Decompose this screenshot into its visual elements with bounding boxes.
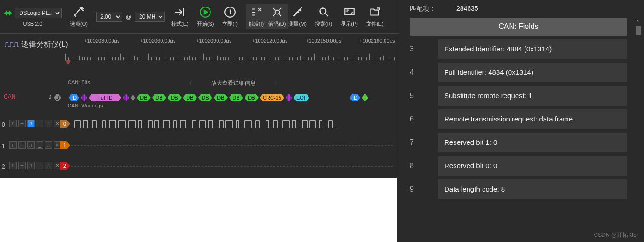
field-index: 9 — [410, 185, 438, 193]
field-row[interactable]: 9Data length code: 8 — [410, 179, 637, 199]
file-icon[interactable] — [368, 6, 381, 19]
field-row[interactable]: 5Substitute remote request: 1 — [410, 86, 637, 106]
seg-crc[interactable]: CRC-15 — [260, 94, 284, 101]
seg-db[interactable]: DB — [245, 94, 259, 101]
instant-icon[interactable] — [224, 6, 237, 19]
trigger-controls[interactable]: ⎍─⎍_⎍✕ — [9, 141, 61, 149]
fields-header[interactable]: CAN: Fields — [410, 18, 627, 36]
file-label: 文件(E) — [366, 21, 384, 28]
field-row[interactable]: 7Reserved bit 1: 0 — [410, 133, 637, 152]
trig-rise[interactable]: ⎍ — [9, 120, 17, 127]
seg-stripe[interactable] — [286, 94, 292, 101]
seg-db[interactable]: DB — [168, 94, 182, 101]
trig-high[interactable]: ⎍ — [27, 120, 35, 127]
timeline: ⎍⎍⎍ 逻辑分析仪(L) +1002030.00μs +1002060.00μs… — [0, 35, 397, 77]
svg-rect-4 — [345, 8, 354, 14]
waveform — [71, 120, 393, 129]
waveform — [71, 162, 393, 171]
instant-label: 立即(I) — [222, 21, 237, 28]
can-segments[interactable]: D ID Full ID DB DB DB DB DB DB DB DB CRC… — [54, 93, 368, 102]
waveform — [71, 141, 393, 150]
usb-label: USB 2.0 — [23, 21, 42, 27]
zoom-hint: 放大查看详细信息 — [187, 79, 280, 87]
usb-icon: ⬌ — [4, 7, 12, 19]
can-bits-label: CAN: Bits — [68, 79, 90, 85]
field-row[interactable]: 4Full Identifier: 4884 (0x1314) — [410, 63, 637, 82]
seg-eof[interactable]: EOF — [294, 94, 309, 101]
timebase-select[interactable]: 2.00 s — [96, 12, 122, 22]
timestamp: +1002120.00μs — [252, 38, 287, 43]
field-row[interactable]: 3Extended Identifier: 4884 (0x1314) — [410, 39, 637, 59]
ch-index: 0 — [2, 121, 5, 128]
ch-tag[interactable]: 2 — [60, 162, 70, 170]
search-icon[interactable] — [317, 6, 330, 19]
logic-analyzer-button[interactable]: ⎍⎍⎍ 逻辑分析仪(L) — [5, 37, 68, 51]
field-row[interactable]: 8Reserved bit 0: 0 — [410, 156, 637, 176]
field-text: Extended Identifier: 4884 (0x1314) — [438, 39, 627, 59]
timestamp: +1002030.00μs — [84, 38, 119, 43]
watermark: CSDN @开拓Ktor — [594, 231, 638, 239]
decode-icon[interactable] — [271, 6, 284, 19]
seg-db[interactable]: DB — [198, 94, 212, 101]
seg-d[interactable]: D — [54, 94, 61, 101]
field-text: Reserved bit 1: 0 — [438, 133, 627, 152]
ch-tag[interactable]: 1 — [60, 141, 70, 149]
channel-0: 0 ⎍─ ⎍_ ⎍✕ 0 — [0, 117, 397, 134]
timestamp: +1002090.00μs — [196, 38, 231, 43]
search-label: 搜索(R) — [315, 21, 332, 28]
seg-db[interactable]: DB — [152, 94, 166, 101]
seg-full-id[interactable]: Full ID — [89, 94, 121, 101]
field-text: Reserved bit 0: 0 — [438, 156, 627, 176]
trig-fall[interactable]: ─ — [18, 120, 26, 127]
seg-db[interactable]: DB — [229, 94, 243, 101]
match-value: 284635 — [456, 5, 478, 12]
cursor-marker[interactable] — [65, 60, 71, 65]
field-text: Substitute remote request: 1 — [438, 86, 627, 106]
seg-stripe[interactable] — [81, 94, 87, 101]
time-ruler[interactable] — [65, 50, 397, 60]
device-select[interactable]: DSLogic PLus — [15, 8, 62, 18]
trig-low[interactable]: _ — [36, 120, 43, 127]
field-row[interactable]: 6Remote transmission request: data frame — [410, 109, 637, 129]
options-icon[interactable] — [72, 6, 85, 19]
channel-1: 1 ⎍─⎍_⎍✕ 1 — [0, 138, 397, 155]
channel-2: 2 ⎍─⎍_⎍✕ 2 — [0, 159, 397, 176]
measure-icon[interactable] — [291, 6, 304, 19]
field-index: 8 — [410, 162, 438, 170]
trig-edge[interactable]: ⎍ — [45, 120, 52, 127]
field-index: 3 — [410, 45, 438, 53]
field-index: 5 — [410, 92, 438, 100]
seg-id[interactable]: ID — [69, 94, 79, 101]
freq-select[interactable]: 20 MHz — [135, 12, 165, 22]
trigger-controls[interactable]: ⎍─ ⎍_ ⎍✕ — [9, 120, 61, 127]
display-label: 显示(P) — [341, 21, 358, 28]
mode-label: 模式(E) — [171, 21, 189, 28]
mode-icon[interactable] — [173, 6, 186, 19]
decode-panel: 匹配项： 284635 CAN: Fields 3Extended Identi… — [399, 0, 644, 242]
trigger-controls[interactable]: ⎍─⎍_⎍✕ — [9, 162, 61, 169]
at-label: @ — [126, 14, 131, 20]
scrollbar[interactable] — [636, 26, 641, 35]
can-label: CAN — [4, 93, 15, 100]
start-button[interactable] — [199, 6, 212, 19]
options-label: 选项(O) — [70, 21, 88, 28]
seg-more[interactable]: ··· — [362, 94, 368, 101]
match-label: 匹配项： — [410, 5, 436, 12]
seg-id[interactable]: ID — [350, 94, 360, 101]
timestamp: +1002150.00μs — [306, 38, 341, 43]
seg-small[interactable] — [131, 94, 135, 101]
display-icon[interactable] — [343, 6, 356, 19]
seg-db[interactable]: DB — [183, 94, 197, 101]
field-text: Remote transmission request: data frame — [438, 109, 627, 129]
trigger-icon[interactable] — [250, 6, 263, 19]
start-label: 开始(S) — [197, 21, 214, 28]
can-warn-label: CAN: Warnings — [68, 103, 103, 108]
seg-stripe[interactable] — [123, 94, 129, 101]
field-index: 6 — [410, 115, 438, 123]
can-zero: 0 — [49, 94, 51, 100]
seg-db[interactable]: DB — [137, 94, 151, 101]
seg-db[interactable]: DB — [214, 94, 228, 101]
ch-tag[interactable]: 0 — [60, 120, 70, 128]
timestamp: +1002180.00μs — [359, 38, 395, 43]
match-count: 匹配项： 284635 — [410, 5, 637, 13]
